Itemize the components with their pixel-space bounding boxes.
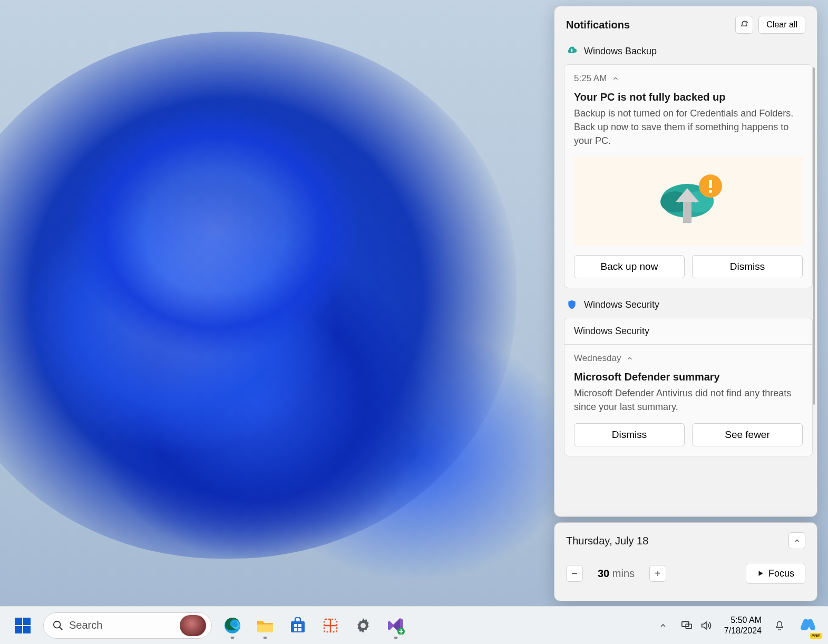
search-icon (52, 620, 64, 631)
start-button[interactable] (8, 611, 37, 640)
taskbar-time: 5:50 AM (724, 615, 762, 625)
snip-icon (322, 617, 339, 634)
svg-rect-17 (294, 628, 297, 631)
svg-point-21 (361, 623, 366, 628)
taskbar-app-edge[interactable] (218, 611, 247, 640)
dismiss-button[interactable]: Dismiss (692, 255, 803, 278)
notification-title: Microsoft Defender summary (574, 371, 803, 383)
chevron-up-icon (626, 355, 634, 362)
notification-app-name: Windows Backup (584, 46, 657, 57)
calendar-date[interactable]: Thursday, July 18 (566, 535, 788, 547)
backup-now-button[interactable]: Back up now (574, 255, 685, 278)
see-fewer-button[interactable]: See fewer (692, 423, 803, 446)
dismiss-button[interactable]: Dismiss (574, 423, 685, 446)
notifications-panel: Notifications Clear all Windows Backup 5… (554, 6, 817, 517)
store-icon (289, 617, 306, 634)
copilot-icon (798, 617, 816, 635)
play-icon (757, 570, 764, 577)
folder-icon (256, 618, 274, 633)
chevron-up-icon (612, 75, 619, 82)
taskbar-app-microsoft-store[interactable] (284, 611, 312, 640)
do-not-disturb-button[interactable] (735, 16, 753, 34)
focus-start-button[interactable]: Focus (746, 563, 805, 584)
notification-group-header[interactable]: Windows Security (564, 295, 813, 318)
svg-rect-10 (23, 626, 31, 633)
windows-logo-icon (14, 617, 32, 635)
svg-rect-5 (709, 180, 712, 188)
svg-rect-7 (15, 618, 22, 625)
chevron-up-icon (793, 537, 801, 544)
svg-point-11 (54, 621, 61, 628)
notifications-header: Notifications Clear all (554, 6, 817, 41)
calendar-collapse-button[interactable] (788, 532, 805, 549)
svg-rect-14 (291, 621, 305, 632)
svg-point-20 (329, 625, 332, 627)
taskbar-app-settings[interactable] (349, 611, 377, 640)
svg-rect-18 (298, 628, 301, 631)
clear-all-button[interactable]: Clear all (758, 16, 805, 34)
edge-icon (223, 617, 241, 635)
focus-decrease-button[interactable]: − (566, 565, 583, 582)
notifications-scroll[interactable]: Windows Backup 5:25 AM Your PC is not fu… (554, 41, 817, 516)
tray-copilot-button[interactable]: PRE (793, 611, 822, 640)
copilot-pre-badge: PRE (810, 633, 822, 639)
tray-quick-settings[interactable] (676, 612, 717, 639)
focus-duration-stepper: − 30 mins + (566, 565, 666, 582)
notification-body: Microsoft Defender Antivirus did not fin… (574, 386, 803, 414)
notification-title: Your PC is not fully backed up (574, 91, 803, 103)
tray-notifications-button[interactable] (769, 612, 790, 639)
notification-image (574, 156, 803, 246)
bell-settings-icon (739, 20, 749, 30)
visual-studio-icon (387, 617, 405, 635)
svg-rect-3 (683, 200, 691, 223)
taskbar-app-snipping-tool[interactable] (316, 611, 345, 640)
svg-point-6 (709, 190, 712, 193)
gear-icon (355, 617, 372, 634)
notification-time-row[interactable]: 5:25 AM (574, 73, 803, 84)
notification-time: 5:25 AM (574, 73, 607, 84)
focus-duration-value: 30 mins (598, 568, 635, 580)
notification-card[interactable]: 5:25 AM Your PC is not fully backed up B… (564, 64, 813, 288)
focus-increase-button[interactable]: + (649, 565, 666, 582)
svg-rect-9 (15, 626, 22, 633)
bell-icon (774, 620, 785, 631)
svg-rect-8 (23, 618, 31, 625)
plus-icon: + (655, 568, 661, 580)
svg-rect-15 (294, 624, 297, 627)
cloud-backup-icon (566, 45, 578, 57)
display-project-icon (681, 620, 693, 631)
notifications-title: Notifications (566, 19, 730, 31)
svg-rect-16 (298, 624, 301, 627)
notification-actions: Back up now Dismiss (574, 255, 803, 278)
speaker-icon (700, 620, 712, 631)
notification-card[interactable]: Wednesday Microsoft Defender summary Mic… (564, 344, 813, 456)
minus-icon: − (571, 568, 578, 580)
taskbar-clock[interactable]: 5:50 AM 7/18/2024 (720, 615, 766, 635)
focus-button-label: Focus (768, 568, 794, 579)
system-tray: 5:50 AM 7/18/2024 PRE (654, 611, 822, 640)
taskbar: Search 5:50 AM 7/18/2024 (0, 606, 828, 644)
taskbar-search[interactable]: Search (43, 612, 212, 639)
notification-app-name: Windows Security (584, 299, 659, 310)
notification-group-header[interactable]: Windows Backup (564, 41, 813, 64)
taskbar-app-file-explorer[interactable] (251, 611, 279, 640)
search-placeholder: Search (69, 619, 180, 631)
notification-time: Wednesday (574, 353, 621, 364)
chevron-up-icon (659, 621, 667, 630)
calendar-panel: Thursday, July 18 − 30 mins + Focus (554, 522, 817, 601)
taskbar-date: 7/18/2024 (724, 626, 762, 636)
tray-overflow-button[interactable] (654, 612, 673, 639)
taskbar-app-visual-studio-installer[interactable] (382, 611, 410, 640)
search-highlight-icon[interactable] (180, 615, 206, 636)
shield-icon (566, 299, 578, 310)
notification-actions: Dismiss See fewer (574, 423, 803, 446)
notification-time-row[interactable]: Wednesday (574, 353, 803, 364)
notification-sub-header[interactable]: Windows Security (564, 318, 813, 344)
notification-body: Backup is not turned on for Credentials … (574, 106, 803, 148)
